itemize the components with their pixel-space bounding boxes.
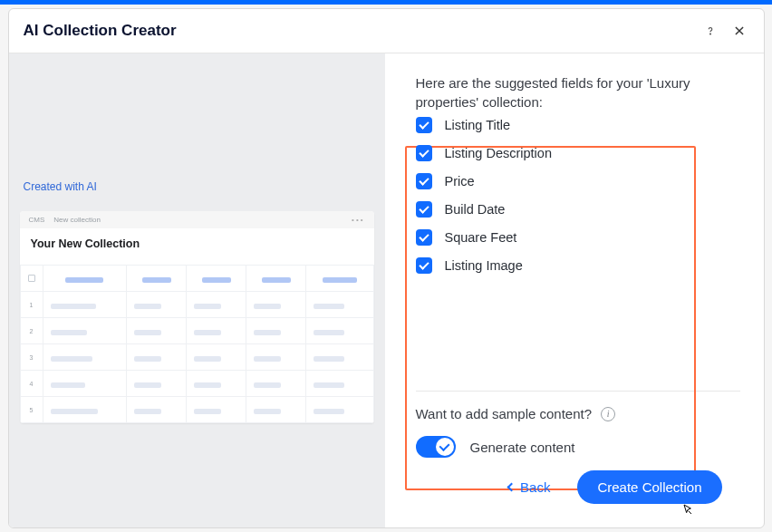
table-row: 5 (20, 397, 373, 423)
back-button[interactable]: Back (496, 472, 563, 502)
field-label: Build Date (445, 202, 506, 217)
intro-text: Here are the suggested fields for your '… (416, 73, 740, 111)
field-item-square-feet[interactable]: Square Feet (416, 229, 740, 246)
modal-body: Created with AI CMS New collection ••• Y… (9, 53, 764, 527)
checkbox-icon[interactable] (416, 201, 432, 218)
table-row: 3 (20, 344, 373, 371)
toggle-knob (436, 438, 454, 456)
checkbox-icon[interactable] (416, 257, 432, 274)
preview-dots-icon: ••• (352, 216, 364, 224)
checkbox-icon[interactable] (416, 145, 432, 161)
field-item-listing-image[interactable]: Listing Image (416, 257, 740, 274)
crumb-new: New collection (53, 216, 101, 224)
preview-breadcrumb-row: CMS New collection ••• (20, 211, 374, 228)
preview-header-checkbox (28, 275, 35, 282)
table-row: 4 (20, 371, 373, 397)
field-item-listing-title[interactable]: Listing Title (416, 117, 740, 133)
config-panel: Here are the suggested fields for your '… (385, 53, 764, 527)
modal-header: AI Collection Creator (9, 9, 764, 53)
field-item-build-date[interactable]: Build Date (416, 201, 740, 218)
info-icon[interactable]: i (601, 407, 615, 421)
preview-table: 1 2 3 4 5 (20, 265, 374, 423)
table-row: 1 (20, 292, 373, 318)
sample-content-prompt: Want to add sample content? i (416, 406, 740, 421)
modal-footer: Back Create Collection (416, 458, 740, 513)
app-top-bar (0, 0, 772, 5)
create-collection-button[interactable]: Create Collection (577, 470, 721, 504)
ai-collection-modal: AI Collection Creator Created with AI CM… (8, 8, 765, 528)
field-label: Listing Image (445, 258, 523, 273)
back-label: Back (520, 479, 550, 495)
generate-content-row: Generate content (416, 436, 740, 458)
field-label: Price (445, 174, 475, 189)
sample-content-text: Want to add sample content? (416, 406, 593, 421)
crumb-cms: CMS (29, 216, 45, 224)
checkbox-icon[interactable] (416, 229, 432, 246)
field-label: Square Feet (445, 230, 517, 245)
checkbox-icon[interactable] (416, 173, 432, 189)
created-with-ai-label: Created with AI (24, 180, 385, 193)
suggested-fields-list: Listing Title Listing Description Price … (416, 117, 740, 274)
field-label: Listing Title (445, 118, 511, 132)
help-icon[interactable] (704, 24, 717, 37)
field-item-price[interactable]: Price (416, 173, 740, 189)
generate-content-toggle[interactable] (416, 436, 456, 458)
close-icon[interactable] (733, 24, 746, 37)
table-row: 2 (20, 318, 373, 344)
divider (416, 391, 740, 392)
header-icons (704, 24, 746, 37)
generate-content-label: Generate content (470, 440, 575, 455)
preview-collection-title: Your New Collection (20, 228, 374, 265)
preview-panel: Created with AI CMS New collection ••• Y… (9, 53, 385, 527)
field-item-listing-description[interactable]: Listing Description (416, 145, 740, 161)
svg-point-0 (709, 34, 710, 34)
modal-title: AI Collection Creator (24, 22, 177, 40)
cursor-icon (680, 503, 695, 517)
checkbox-icon[interactable] (416, 117, 432, 133)
chevron-left-icon (507, 483, 516, 492)
field-label: Listing Description (445, 146, 552, 160)
collection-preview-card: CMS New collection ••• Your New Collecti… (20, 211, 374, 423)
